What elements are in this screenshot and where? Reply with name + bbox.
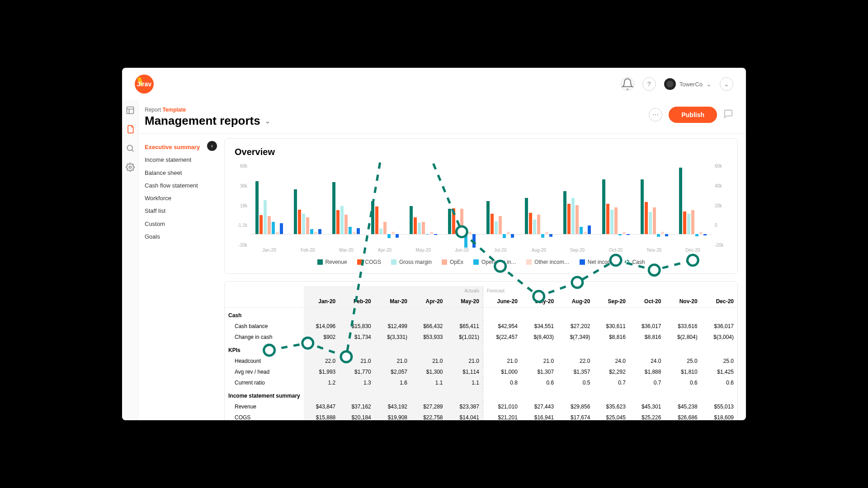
report-nav-item[interactable]: Executive summary <box>145 141 208 154</box>
publish-button[interactable]: Publish <box>669 107 717 123</box>
report-nav-item[interactable]: Cash flow statement <box>145 179 208 192</box>
more-icon[interactable]: ⋯ <box>649 108 662 122</box>
report-nav-item[interactable]: Workforce <box>145 192 208 205</box>
overview-chart: 60k36k18k-1.1k-20k 60k40k20k0-20k <box>235 162 727 248</box>
report-nav-item[interactable]: Goals <box>145 230 208 243</box>
reports-icon[interactable] <box>126 125 135 134</box>
report-body: Overview 60k36k18k-1.1k-20k 60k40k20k0-2… <box>220 134 746 420</box>
report-nav-item[interactable]: Custom <box>145 218 208 230</box>
chart-plot <box>250 162 712 248</box>
legend-item[interactable]: Cash <box>625 259 645 265</box>
page-title: Management reports ⌄ <box>145 114 270 128</box>
comment-icon[interactable] <box>723 109 733 121</box>
org-name: TowerCo <box>679 81 703 88</box>
legend-item[interactable]: Net income <box>580 259 615 265</box>
topbar: Jirav ? TowerCo ⌄ ⌄ <box>122 68 746 100</box>
breadcrumb-template[interactable]: Template <box>162 107 186 113</box>
page-title-text: Management reports <box>145 114 260 128</box>
svg-rect-0 <box>127 107 133 114</box>
breadcrumb: Report Template <box>145 107 270 113</box>
overview-title: Overview <box>235 147 727 157</box>
y-axis-left: 60k36k18k-1.1k-20k <box>235 162 250 248</box>
overview-card: Overview 60k36k18k-1.1k-20k 60k40k20k0-2… <box>224 138 738 274</box>
nav-rail <box>122 100 138 420</box>
report-nav: ‹ Executive summaryIncome statementBalan… <box>138 134 220 420</box>
report-nav-item[interactable]: Income statement <box>145 154 208 166</box>
explore-icon[interactable] <box>126 144 135 153</box>
legend-item[interactable]: Operating in… <box>473 259 516 265</box>
page-header: Report Template Management reports ⌄ ⋯ P… <box>138 100 746 134</box>
y-axis-right: 60k40k20k0-20k <box>712 162 727 248</box>
legend-item[interactable]: Other incom… <box>526 259 569 265</box>
brand-name: Jirav <box>137 80 152 88</box>
x-axis: Jan-20Feb-20Mar-20Apr-20May-20Jun-20Jul-… <box>250 248 712 253</box>
org-avatar-icon <box>664 78 676 90</box>
collapse-nav-button[interactable]: ‹ <box>207 141 217 151</box>
brand-logo[interactable]: Jirav <box>135 75 154 94</box>
chevron-down-icon: ⌄ <box>706 80 712 88</box>
chevron-down-icon: ⌄ <box>724 80 729 88</box>
settings-icon[interactable] <box>126 163 135 172</box>
legend-item[interactable]: Revenue <box>317 259 347 265</box>
legend-item[interactable]: Gross margin <box>391 259 432 265</box>
report-nav-item[interactable]: Balance sheet <box>145 167 208 179</box>
org-switcher[interactable]: TowerCo ⌄ <box>664 78 712 90</box>
user-menu[interactable]: ⌄ <box>720 77 733 91</box>
app-frame: Jirav ? TowerCo ⌄ ⌄ <box>122 68 746 420</box>
bell-icon[interactable] <box>621 77 634 91</box>
legend-item[interactable]: OpEx <box>442 259 463 265</box>
svg-point-1 <box>127 145 132 150</box>
chart-legend: RevenueCOGSGross marginOpExOperating in…… <box>235 259 727 265</box>
help-icon[interactable]: ? <box>642 77 656 91</box>
report-nav-item[interactable]: Staff list <box>145 205 208 217</box>
legend-item[interactable]: COGS <box>357 259 381 265</box>
svg-point-13 <box>649 265 660 276</box>
dashboard-icon[interactable] <box>126 106 135 115</box>
data-table: ActualsForecastJan-20Feb-20Mar-20Apr-20M… <box>225 286 737 420</box>
breadcrumb-root: Report <box>145 107 161 113</box>
data-table-card: ActualsForecastJan-20Feb-20Mar-20Apr-20M… <box>224 281 738 420</box>
chevron-down-icon[interactable]: ⌄ <box>265 117 270 125</box>
svg-point-2 <box>129 166 131 169</box>
